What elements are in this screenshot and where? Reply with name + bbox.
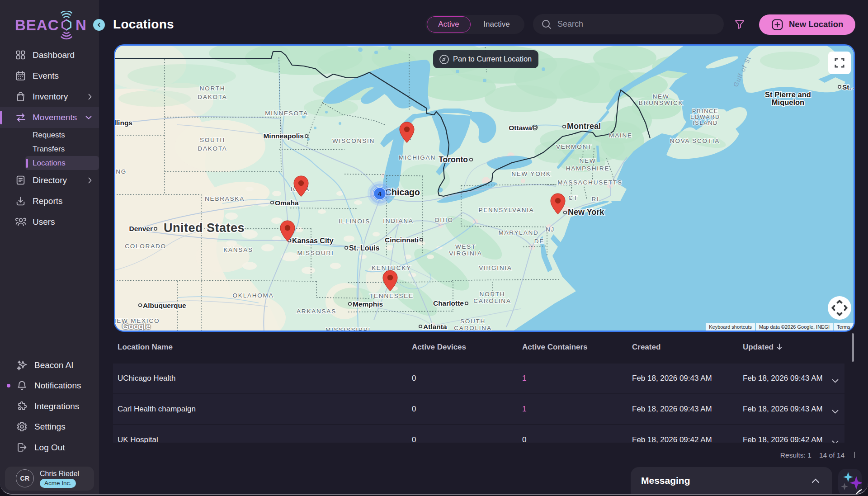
svg-text:Kansas City: Kansas City bbox=[292, 237, 334, 245]
svg-text:CAROLINA: CAROLINA bbox=[454, 325, 491, 331]
svg-text:PRINCE: PRINCE bbox=[692, 108, 718, 114]
svg-text:Montreal: Montreal bbox=[567, 122, 601, 131]
svg-text:MICHIGAN: MICHIGAN bbox=[399, 154, 436, 161]
svg-text:Denver: Denver bbox=[129, 225, 153, 232]
svg-text:Minneapolis: Minneapolis bbox=[263, 132, 304, 140]
svg-text:NEBRASKA: NEBRASKA bbox=[205, 195, 245, 202]
svg-text:TENNESSEE: TENNESSEE bbox=[369, 293, 414, 299]
svg-text:OHIO: OHIO bbox=[434, 217, 453, 223]
svg-text:NJ: NJ bbox=[546, 226, 555, 233]
svg-text:St Pierre and: St Pierre and bbox=[765, 90, 811, 99]
svg-text:St. Louis: St. Louis bbox=[349, 244, 380, 252]
svg-text:RI: RI bbox=[591, 196, 599, 203]
svg-text:MARYLAND: MARYLAND bbox=[498, 229, 538, 236]
svg-text:NORTH: NORTH bbox=[200, 85, 226, 92]
svg-text:ISLAND: ISLAND bbox=[693, 120, 718, 126]
svg-text:MINNESOTA: MINNESOTA bbox=[265, 110, 308, 117]
svg-text:Memphis: Memphis bbox=[353, 300, 383, 308]
svg-text:ARKANSAS: ARKANSAS bbox=[297, 308, 336, 315]
svg-text:NEW: NEW bbox=[653, 93, 670, 100]
svg-text:Cincinnati: Cincinnati bbox=[385, 236, 419, 244]
svg-text:VIRGINIA: VIRGINIA bbox=[479, 265, 512, 271]
svg-text:United States: United States bbox=[164, 221, 245, 235]
svg-text:SOUTH: SOUTH bbox=[460, 318, 486, 325]
svg-text:Charlotte: Charlotte bbox=[433, 299, 464, 307]
svg-text:MAINE: MAINE bbox=[609, 132, 632, 139]
svg-text:ILLINOIS: ILLINOIS bbox=[339, 218, 370, 225]
svg-text:Toronto: Toronto bbox=[439, 155, 468, 164]
svg-text:Atlanta: Atlanta bbox=[423, 323, 447, 331]
svg-text:Ottawa: Ottawa bbox=[509, 124, 532, 132]
svg-text:SOUTH: SOUTH bbox=[200, 137, 225, 143]
svg-text:St. Jo: St. Jo bbox=[842, 83, 855, 91]
svg-text:CAROLINA: CAROLINA bbox=[473, 298, 511, 304]
svg-text:DE: DE bbox=[534, 238, 544, 245]
svg-text:MISSOURI: MISSOURI bbox=[297, 250, 334, 256]
svg-text:COLORADO: COLORADO bbox=[125, 243, 166, 250]
svg-text:PENNSYLVANIA: PENNSYLVANIA bbox=[478, 207, 534, 213]
svg-text:VIRGINIA: VIRGINIA bbox=[449, 250, 482, 257]
svg-text:NOVA SCOTIA: NOVA SCOTIA bbox=[670, 137, 720, 144]
svg-text:4: 4 bbox=[378, 190, 382, 198]
svg-text:MASSACHUSETTS: MASSACHUSETTS bbox=[557, 179, 622, 186]
svg-text:OKLAHOMA: OKLAHOMA bbox=[233, 292, 274, 299]
svg-text:DAKOTA: DAKOTA bbox=[198, 145, 227, 152]
svg-text:DAKOTA: DAKOTA bbox=[198, 94, 227, 100]
svg-text:Billings: Billings bbox=[114, 119, 132, 127]
svg-text:MISSISSIPPI: MISSISSIPPI bbox=[326, 326, 371, 332]
svg-text:Albuquerque: Albuquerque bbox=[143, 302, 186, 309]
svg-text:NORTH: NORTH bbox=[480, 291, 505, 298]
svg-text:N: N bbox=[75, 17, 86, 33]
svg-text:WEST: WEST bbox=[455, 243, 476, 250]
svg-text:VERMONT: VERMONT bbox=[556, 143, 592, 150]
svg-text:Miquelon: Miquelon bbox=[772, 98, 804, 106]
svg-text:CT: CT bbox=[568, 194, 578, 201]
svg-text:WISCONSIN: WISCONSIN bbox=[332, 137, 375, 144]
svg-text:New York: New York bbox=[568, 208, 604, 217]
svg-text:Omaha: Omaha bbox=[275, 199, 299, 207]
svg-text:KANSAS: KANSAS bbox=[223, 246, 253, 253]
svg-text:WYOMING: WYOMING bbox=[114, 168, 127, 175]
svg-text:BEAC: BEAC bbox=[15, 17, 59, 33]
svg-text:NEW: NEW bbox=[580, 157, 596, 164]
svg-text:BRUNSWICK: BRUNSWICK bbox=[639, 99, 684, 106]
svg-text:HAMPSHIRE: HAMPSHIRE bbox=[566, 165, 609, 172]
svg-text:NEW YORK: NEW YORK bbox=[511, 170, 551, 177]
svg-text:EDWARD: EDWARD bbox=[690, 114, 720, 120]
svg-text:INDIANA: INDIANA bbox=[383, 217, 413, 224]
